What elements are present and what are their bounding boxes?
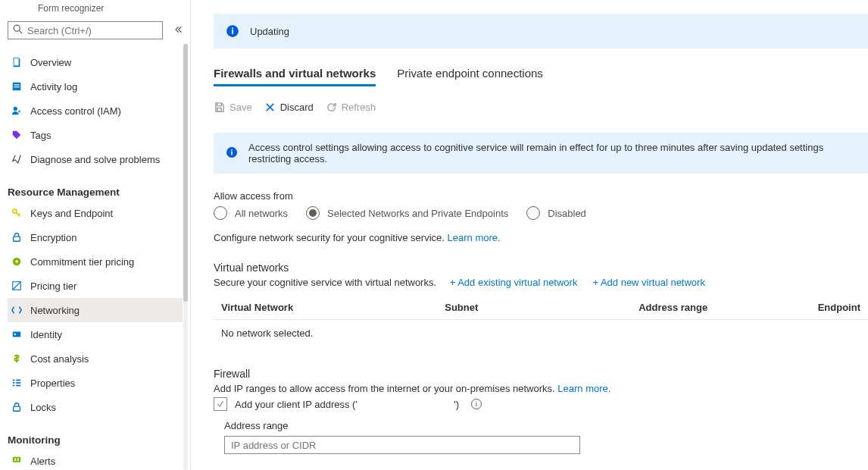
- sidebar-item-diagnose[interactable]: Diagnose and solve problems: [8, 147, 183, 171]
- virtual-networks-table: Virtual Network Subnet Address range End…: [214, 294, 868, 346]
- label-prefix: Add your client IP address (': [235, 399, 358, 410]
- tab-private-endpoint[interactable]: Private endpoint connections: [397, 67, 543, 86]
- svg-point-13: [14, 334, 17, 336]
- alerts-icon: [11, 456, 23, 466]
- svg-rect-16: [13, 385, 15, 387]
- address-range-label: Address range: [224, 420, 868, 431]
- save-icon: [214, 102, 225, 113]
- empty-state-text: No network selected.: [214, 320, 868, 347]
- sidebar-item-cost[interactable]: Cost analysis: [8, 346, 183, 371]
- collapse-sidebar-button[interactable]: [173, 25, 183, 36]
- sidebar-item-identity[interactable]: Identity: [8, 322, 183, 346]
- search-icon: [13, 24, 23, 36]
- button-label: Discard: [280, 102, 314, 113]
- sidebar-item-properties[interactable]: Properties: [8, 371, 183, 395]
- learn-more-link[interactable]: Learn more.: [448, 232, 501, 243]
- svg-point-0: [14, 25, 20, 31]
- save-button[interactable]: Save: [214, 102, 252, 113]
- toolbar: Save Discard Refresh: [214, 102, 868, 113]
- firewall-desc: Add IP ranges to allow access from the i…: [214, 383, 555, 394]
- svg-rect-29: [231, 151, 233, 155]
- svg-rect-22: [14, 459, 16, 462]
- sidebar-item-encryption[interactable]: Encryption: [8, 225, 183, 249]
- sidebar-item-commitment[interactable]: Commitment tier pricing: [8, 249, 183, 274]
- refresh-button[interactable]: Refresh: [326, 102, 376, 113]
- svg-point-6: [18, 110, 21, 113]
- sidebar-item-overview[interactable]: Overview: [8, 50, 183, 74]
- sidebar-item-tags[interactable]: Tags: [8, 123, 183, 147]
- discard-button[interactable]: Discard: [264, 102, 314, 113]
- address-range-input[interactable]: [224, 436, 580, 454]
- identity-icon: [11, 329, 23, 340]
- sidebar-item-label: Activity log: [30, 81, 77, 92]
- radio-label-disabled: Disabled: [548, 208, 586, 219]
- notice-text: Access control settings allowing access …: [248, 142, 856, 164]
- access-control-notice: Access control settings allowing access …: [214, 133, 868, 174]
- info-icon: [226, 146, 238, 161]
- table-header-row: Virtual Network Subnet Address range End…: [214, 294, 868, 320]
- svg-rect-14: [13, 380, 15, 381]
- sidebar-scrollbar[interactable]: [183, 44, 188, 470]
- search-input-container[interactable]: [8, 21, 163, 39]
- svg-rect-4: [14, 86, 20, 87]
- scrollbar-thumb[interactable]: [183, 44, 188, 302]
- button-label: Save: [229, 102, 252, 113]
- sidebar-item-label: Tags: [30, 130, 51, 141]
- col-endpoint: Endpoint: [810, 294, 868, 320]
- sidebar-section-monitoring: Monitoring: [8, 434, 183, 446]
- properties-icon: [11, 378, 23, 388]
- svg-rect-8: [14, 237, 20, 241]
- tags-icon: [11, 130, 23, 140]
- configure-desc: Configure network security for your cogn…: [214, 232, 445, 243]
- sidebar-item-pricing[interactable]: Pricing tier: [8, 274, 183, 298]
- sidebar-item-label: Alerts: [30, 456, 55, 467]
- info-icon[interactable]: i: [471, 399, 482, 409]
- svg-rect-25: [232, 30, 233, 34]
- radio-label-selected: Selected Networks and Private Endpoints: [327, 208, 508, 219]
- add-new-vnet-link[interactable]: + Add new virtual network: [592, 277, 705, 288]
- radio-all-networks[interactable]: [214, 206, 227, 220]
- sidebar-item-label: Pricing tier: [30, 280, 76, 292]
- sidebar-item-keys[interactable]: Keys and Endpoint: [8, 201, 183, 225]
- col-address-range: Address range: [631, 294, 810, 320]
- sidebar-item-access-control[interactable]: Access control (IAM): [8, 99, 183, 123]
- sidebar-item-label: Diagnose and solve problems: [30, 154, 160, 165]
- col-subnet: Subnet: [437, 294, 631, 320]
- tab-bar: Firewalls and virtual networks Private e…: [214, 67, 868, 86]
- activity-log-icon: [11, 81, 23, 92]
- radio-label-all: All networks: [235, 208, 288, 219]
- add-client-ip-checkbox[interactable]: [214, 397, 227, 411]
- svg-point-5: [14, 107, 17, 111]
- diagnose-icon: [11, 154, 23, 164]
- radio-disabled[interactable]: [526, 206, 540, 220]
- sidebar-item-locks[interactable]: Locks: [8, 395, 183, 419]
- col-virtual-network: Virtual Network: [214, 294, 437, 320]
- sidebar-item-label: Encryption: [30, 232, 76, 243]
- info-icon: [226, 24, 239, 38]
- add-existing-vnet-link[interactable]: + Add existing virtual network: [450, 277, 578, 288]
- svg-rect-12: [13, 332, 21, 337]
- sidebar-item-alerts[interactable]: Alerts: [8, 449, 183, 470]
- svg-rect-15: [13, 382, 15, 384]
- svg-rect-27: [217, 108, 222, 111]
- allow-access-from-label: Allow access from: [214, 190, 868, 202]
- sidebar-item-activity-log[interactable]: Activity log: [8, 74, 183, 99]
- svg-point-10: [15, 260, 18, 263]
- close-icon: [264, 102, 276, 113]
- networking-icon: [11, 305, 23, 315]
- svg-rect-20: [14, 406, 20, 411]
- firewall-learn-more-link[interactable]: Learn more.: [557, 383, 610, 394]
- sidebar-item-networking[interactable]: Networking: [8, 298, 183, 322]
- svg-rect-3: [14, 84, 20, 85]
- sidebar-item-label: Access control (IAM): [30, 105, 121, 117]
- sidebar: Form recognizer Overview Activity l: [0, 0, 191, 470]
- resource-type-label: Form recognizer: [38, 3, 183, 14]
- key-icon: [11, 208, 23, 218]
- label-suffix: '): [454, 399, 459, 410]
- banner-text: Updating: [250, 26, 289, 37]
- tab-firewalls[interactable]: Firewalls and virtual networks: [214, 67, 376, 86]
- search-input[interactable]: [27, 25, 158, 36]
- sidebar-item-label: Cost analysis: [30, 353, 89, 365]
- pricing-icon: [11, 280, 23, 291]
- radio-selected-networks[interactable]: [306, 206, 320, 220]
